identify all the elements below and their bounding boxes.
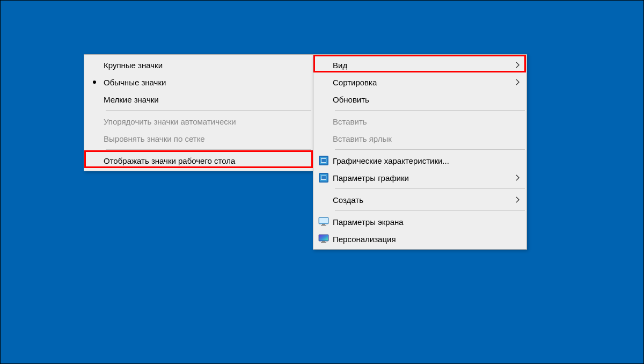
menu-item-label: Обновить bbox=[333, 95, 520, 104]
menu-item-align-grid[interactable]: Выровнять значки по сетке bbox=[85, 130, 312, 147]
chevron-right-icon bbox=[509, 62, 520, 68]
menu-item-graphics-options[interactable]: Параметры графики bbox=[314, 169, 525, 186]
menu-separator bbox=[335, 110, 525, 111]
menu-separator bbox=[106, 149, 311, 150]
svg-rect-9 bbox=[319, 218, 328, 223]
menu-item-small-icons[interactable]: Мелкие значки bbox=[85, 91, 312, 108]
personalize-icon bbox=[314, 234, 333, 244]
menu-item-label: Крупные значки bbox=[104, 61, 306, 70]
menu-item-label: Параметры экрана bbox=[333, 217, 520, 227]
menu-item-label: Вид bbox=[333, 61, 509, 70]
svg-rect-15 bbox=[321, 242, 326, 243]
menu-item-label: Параметры графики bbox=[333, 173, 509, 183]
menu-item-label: Выровнять значки по сетке bbox=[104, 134, 306, 143]
menu-item-medium-icons[interactable]: Обычные значки bbox=[85, 74, 312, 91]
menu-item-label: Вставить ярлык bbox=[333, 134, 520, 143]
menu-separator bbox=[335, 188, 525, 189]
svg-rect-11 bbox=[321, 225, 326, 226]
menu-item-view[interactable]: Вид bbox=[314, 56, 525, 74]
menu-item-paste-shortcut[interactable]: Вставить ярлык bbox=[314, 130, 525, 147]
menu-item-label: Создать bbox=[333, 195, 509, 205]
display-settings-icon bbox=[314, 217, 333, 227]
intel-graphics-icon bbox=[314, 173, 333, 183]
menu-item-graphics-properties[interactable]: Графические характеристики... bbox=[314, 152, 525, 169]
menu-separator bbox=[106, 110, 311, 111]
svg-rect-10 bbox=[322, 224, 325, 225]
intel-graphics-icon bbox=[314, 156, 333, 165]
chevron-right-icon bbox=[509, 79, 520, 85]
svg-rect-13 bbox=[319, 235, 328, 241]
menu-item-show-desktop-icons[interactable]: Отображать значки рабочего стола bbox=[85, 152, 312, 169]
view-submenu: Крупные значки Обычные значки Мелкие зна… bbox=[84, 54, 313, 171]
menu-separator bbox=[335, 149, 525, 150]
menu-item-paste[interactable]: Вставить bbox=[314, 113, 525, 130]
menu-item-label: Графические характеристики... bbox=[333, 156, 520, 165]
chevron-right-icon bbox=[509, 174, 520, 181]
menu-item-label: Отображать значки рабочего стола bbox=[104, 156, 306, 165]
menu-item-display-settings[interactable]: Параметры экрана bbox=[314, 213, 525, 230]
radio-selected-icon bbox=[85, 81, 104, 84]
menu-item-label: Упорядочить значки автоматически bbox=[104, 117, 306, 126]
svg-rect-3 bbox=[321, 159, 326, 162]
menu-item-sort[interactable]: Сортировка bbox=[314, 74, 525, 91]
menu-item-label: Вставить bbox=[333, 117, 520, 126]
menu-item-label: Сортировка bbox=[333, 78, 509, 87]
chevron-right-icon bbox=[509, 196, 520, 203]
svg-rect-7 bbox=[321, 176, 326, 179]
menu-item-personalize[interactable]: Персонализация bbox=[314, 230, 525, 247]
menu-separator bbox=[335, 210, 525, 211]
menu-item-auto-arrange[interactable]: Упорядочить значки автоматически bbox=[85, 113, 312, 130]
menu-item-large-icons[interactable]: Крупные значки bbox=[85, 56, 312, 74]
desktop-context-menu: Вид Сортировка Обновить Вставить Вставит… bbox=[313, 54, 527, 250]
menu-item-label: Персонализация bbox=[333, 235, 520, 244]
menu-item-refresh[interactable]: Обновить bbox=[314, 91, 525, 108]
svg-rect-14 bbox=[322, 241, 325, 242]
menu-item-new[interactable]: Создать bbox=[314, 191, 525, 208]
menu-item-label: Обычные значки bbox=[104, 78, 306, 87]
menu-item-label: Мелкие значки bbox=[104, 95, 306, 104]
